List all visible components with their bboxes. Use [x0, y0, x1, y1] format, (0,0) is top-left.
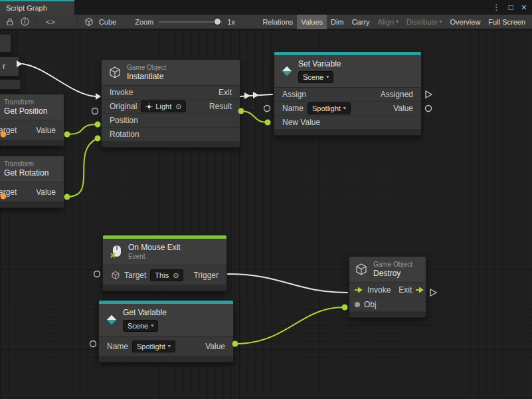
node-set-variable[interactable]: Set Variable Scene ▾ Assign Assigned Nam…: [274, 51, 422, 136]
node-get-rotation[interactable]: Transform Get Rotation Target Value: [0, 156, 64, 208]
clipped-node-fragment[interactable]: [0, 34, 11, 53]
wire-exit-to-assign[interactable]: [240, 94, 272, 96]
variable-icon: [281, 65, 293, 77]
value-out-port[interactable]: [426, 106, 432, 112]
port-row: Target This ⊙ Trigger: [103, 265, 226, 285]
node-category: Transform: [4, 160, 48, 168]
relations-button[interactable]: Relations: [258, 15, 297, 29]
close-icon[interactable]: ×: [521, 3, 527, 12]
chevron-down-icon: ▾: [396, 19, 399, 25]
new-value-in-port[interactable]: [265, 120, 271, 126]
object-port-icon: [355, 302, 360, 307]
node-title: On Mouse Exit: [128, 243, 181, 252]
wire-trigger-to-destroy-invoke[interactable]: [228, 274, 347, 293]
game-object-icon: [111, 271, 120, 280]
object-field-value: This: [155, 271, 169, 280]
wire-getposition-to-position[interactable]: [67, 124, 98, 134]
port-row: Target Value: [0, 120, 64, 140]
lock-icon[interactable]: [3, 15, 17, 29]
window-tab-bar: Script Graph ⋮ □ ×: [0, 0, 532, 15]
wire-getrotation-to-rotation[interactable]: [67, 138, 98, 197]
chevron-down-icon: ▾: [168, 342, 171, 351]
variable-scope-dropdown[interactable]: Scene ▾: [123, 320, 158, 332]
context-object-label[interactable]: Cube: [99, 18, 116, 26]
clipped-node-fragment[interactable]: [0, 79, 21, 90]
chevron-down-icon: ▾: [343, 104, 346, 113]
trigger-port-label: Trigger: [193, 271, 219, 280]
node-instantiate[interactable]: Game Object Instantiate Invoke Exit Orig…: [101, 59, 240, 148]
new-value-port-label: New Value: [282, 118, 320, 127]
this-object-field[interactable]: This ⊙: [150, 269, 183, 281]
align-button[interactable]: Align▾: [374, 15, 402, 29]
value-out-port[interactable]: [64, 194, 70, 200]
zoom-slider-handle[interactable]: [214, 18, 221, 25]
node-category: Transform: [4, 98, 47, 106]
node-footer: [99, 356, 233, 362]
target-port-label: Target: [124, 271, 146, 280]
node-header: Transform Get Position: [0, 94, 64, 120]
variable-scope-dropdown[interactable]: Scene ▾: [298, 71, 333, 83]
clipped-node-fragment[interactable]: r: [0, 57, 19, 76]
wire-to-instantiate-invoke[interactable]: [23, 64, 96, 96]
name-in-port[interactable]: [264, 106, 270, 112]
carry-button[interactable]: Carry: [348, 15, 374, 29]
node-on-mouse-exit[interactable]: On Mouse Exit Event Target This ⊙ Trigge…: [102, 235, 227, 291]
name-in-port[interactable]: [90, 341, 96, 347]
flow-arrow[interactable]: [244, 92, 250, 99]
game-object-icon: [108, 66, 122, 79]
light-icon: [145, 103, 153, 110]
distribute-button[interactable]: Distribute▾: [402, 15, 446, 29]
node-header: Transform Get Rotation: [0, 156, 64, 182]
maximize-icon[interactable]: □: [509, 3, 513, 11]
node-title: Set Variable: [298, 59, 341, 68]
node-category: Game Object: [127, 64, 166, 71]
original-in-port[interactable]: [92, 108, 98, 114]
assign-port-label: Assign: [282, 90, 306, 99]
assigned-out-port[interactable]: [426, 91, 432, 98]
light-object-field[interactable]: Light ⊙: [141, 100, 186, 112]
variable-name-dropdown[interactable]: Spotlight ▾: [308, 102, 351, 114]
info-icon[interactable]: [17, 15, 32, 29]
name-port-label: Name: [107, 342, 128, 351]
node-footer: [0, 202, 64, 207]
object-picker-icon[interactable]: ⊙: [173, 271, 179, 280]
graph-canvas[interactable]: r Transform Get Position Target Value Tr…: [0, 30, 532, 399]
clipped-port-label: r: [3, 62, 5, 71]
result-port-label: Result: [209, 102, 232, 111]
node-title: Get Rotation: [4, 168, 48, 178]
node-footer: [349, 312, 426, 317]
wire-getvariable-to-obj[interactable]: [234, 307, 345, 344]
node-header: On Mouse Exit Event: [103, 239, 226, 265]
tab-script-graph[interactable]: Script Graph: [0, 0, 74, 15]
mouse-icon: [110, 245, 123, 259]
overview-button[interactable]: Overview: [446, 15, 485, 29]
variable-name-dropdown[interactable]: Spotlight ▾: [132, 340, 175, 352]
values-button[interactable]: Values: [297, 15, 327, 29]
exit-out-port[interactable]: [430, 289, 436, 296]
dropdown-value: Scene: [128, 321, 148, 331]
port-row: Name Spotlight ▾ Value: [274, 102, 421, 116]
position-in-port[interactable]: [95, 122, 101, 128]
dim-button[interactable]: Dim: [327, 15, 348, 29]
node-destroy[interactable]: Game Object Destroy Invoke Exit Obj: [349, 256, 426, 318]
zoom-label: Zoom: [135, 18, 153, 26]
zoom-slider[interactable]: [159, 15, 222, 29]
target-in-port[interactable]: [94, 271, 100, 277]
window-menu-icon[interactable]: ⋮: [493, 3, 501, 11]
zoom-slider-track[interactable]: [159, 21, 222, 23]
invoke-port-arrow[interactable]: [96, 93, 101, 100]
node-get-variable[interactable]: Get Variable Scene ▾ Name Spotlight ▾ Va…: [98, 300, 234, 362]
flow-arrow[interactable]: [253, 92, 259, 98]
port-row: Invoke Exit: [349, 283, 426, 297]
node-get-position[interactable]: Transform Get Position Target Value: [0, 94, 64, 146]
wire-result-to-new-value[interactable]: [240, 111, 267, 122]
rotation-in-port[interactable]: [95, 136, 101, 142]
toolbar-separator: [36, 17, 37, 27]
chevron-down-icon: ▾: [326, 72, 329, 82]
value-out-port[interactable]: [64, 132, 70, 138]
full-screen-button[interactable]: Full Screen: [484, 15, 529, 29]
port-row: Rotation: [102, 128, 240, 142]
object-picker-icon[interactable]: ⊙: [175, 102, 181, 111]
code-view-icon[interactable]: <>: [46, 18, 56, 26]
obj-in-port[interactable]: [342, 305, 348, 311]
